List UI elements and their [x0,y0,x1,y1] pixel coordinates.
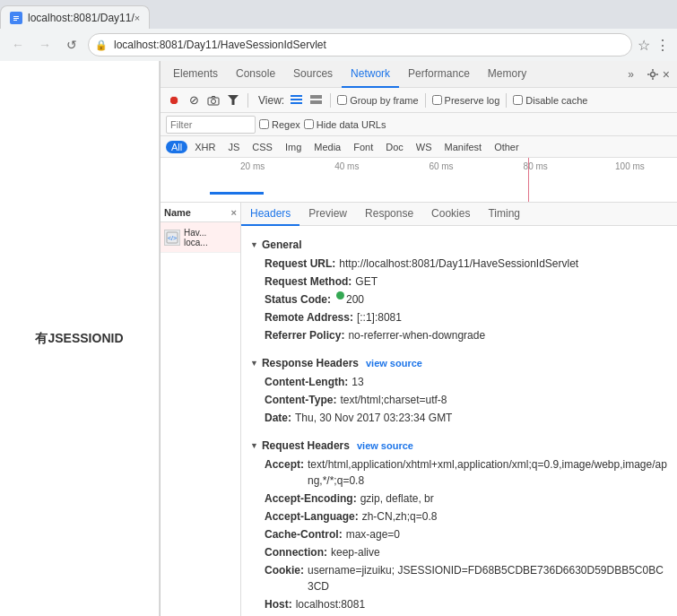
timeline-request-bar [210,192,264,195]
request-item-icon: </> [164,230,180,246]
menu-button[interactable]: ⋮ [655,37,670,54]
svg-rect-3 [13,20,17,21]
disable-cache-checkbox[interactable] [513,95,523,105]
view-label: View: [258,94,284,107]
request-headers-view-source[interactable]: view source [357,440,413,451]
accept-language-val: zh-CN,zh;q=0.8 [362,508,438,525]
reload-button[interactable]: ↺ [61,34,82,56]
name-column: Name × </> Hav... loca... [161,203,241,616]
disable-cache-label: Disable cache [513,95,587,106]
network-timeline: 20 ms 40 ms 60 ms 80 ms 100 ms [161,158,677,203]
referrer-policy-row: Referrer Policy: no-referrer-when-downgr… [250,326,668,344]
svg-rect-15 [310,95,322,99]
regex-checkbox[interactable] [259,119,269,129]
general-section-title[interactable]: General [250,239,668,251]
tab-memory[interactable]: Memory [479,61,535,88]
response-headers-view-source[interactable]: view source [366,358,422,369]
accept-language-row: Accept-Language: zh-CN,zh;q=0.8 [250,508,668,525]
remote-address-key: Remote Address: [265,309,353,325]
tab-console[interactable]: Console [227,61,284,88]
status-code-row: Status Code: 200 [250,291,668,308]
filter-doc[interactable]: Doc [380,141,409,153]
devtools-panel: Elements Console Sources Network Perform… [160,61,677,616]
accept-encoding-key: Accept-Encoding: [265,490,357,507]
detail-content: General Request URL: http://localhost:80… [241,226,677,616]
filter-js[interactable]: JS [222,141,245,153]
active-tab[interactable]: localhost:8081/Day11/ × [0,5,150,29]
date-val: Thu, 30 Nov 2017 03:23:34 GMT [295,410,452,426]
tab-performance[interactable]: Performance [399,61,479,88]
tab-elements[interactable]: Elements [164,61,227,88]
toolbar-divider-2 [330,93,331,108]
detail-tab-headers[interactable]: Headers [241,203,299,226]
large-view-button[interactable] [308,92,324,108]
tab-bar: localhost:8081/Day11/ × [0,0,677,29]
date-key: Date: [265,410,291,426]
address-input[interactable] [88,33,632,56]
toolbar-divider-4 [506,93,507,108]
request-area: Name × </> Hav... loca... Headers [161,203,677,616]
group-by-frame-checkbox[interactable] [337,95,347,105]
timeline-label-40: 40 ms [299,161,394,171]
back-button[interactable]: ← [7,34,29,56]
toolbar-divider-3 [425,93,426,108]
filter-ws[interactable]: WS [411,141,438,153]
remote-address-row: Remote Address: [::1]:8081 [250,308,668,326]
more-tabs-button[interactable]: » [622,68,639,81]
filter-all[interactable]: All [166,141,187,153]
filter-button[interactable] [225,92,241,108]
remote-address-val: [::1]:8081 [357,309,402,325]
stop-button[interactable]: ⊘ [186,92,202,108]
cookie-row: Cookie: username=jizuiku; JSESSIONID=FD6… [250,561,668,595]
filter-xhr[interactable]: XHR [189,141,221,153]
tab-close-button[interactable]: × [135,13,140,23]
address-bar-row: ← → ↺ 🔒 ☆ ⋮ [0,29,677,61]
filter-input[interactable] [166,116,256,134]
hide-data-urls-checkbox[interactable] [304,119,314,129]
status-code-val: 200 [346,291,364,308]
bookmark-button[interactable]: ☆ [638,37,650,54]
accept-val: text/html,application/xhtml+xml,applicat… [308,456,668,489]
devtools-tabs: Elements Console Sources Network Perform… [161,61,677,88]
name-column-close[interactable]: × [231,207,237,218]
request-list-item[interactable]: </> Hav... loca... [161,222,240,253]
devtools-close-button[interactable]: × [659,67,673,82]
filter-media[interactable]: Media [308,141,346,153]
status-code-key: Status Code: [265,291,331,308]
request-url-row: Request URL: http://localhost:8081/Day11… [250,255,668,273]
cache-control-row: Cache-Control: max-age=0 [250,525,668,543]
accept-key: Accept: [265,456,304,489]
cookie-key: Cookie: [265,562,304,594]
record-button[interactable]: ⏺ [166,92,182,108]
svg-rect-14 [291,102,302,104]
svg-rect-16 [310,100,322,104]
browser-chrome: localhost:8081/Day11/ × ← → ↺ 🔒 ☆ ⋮ [0,0,677,61]
screenshot-button[interactable] [205,92,221,108]
timeline-marker-line [528,158,529,202]
tab-title: localhost:8081/Day11/ [28,12,135,24]
request-method-row: Request Method: GET [250,273,668,291]
tab-network[interactable]: Network [342,61,399,88]
tab-sources[interactable]: Sources [284,61,342,88]
main-area: 有JSESSIONID Elements Console Sources Net… [0,61,677,616]
filter-img[interactable]: Img [280,141,307,153]
content-length-row: Content-Length: 13 [250,373,668,391]
detail-tab-preview[interactable]: Preview [299,203,356,226]
filter-other[interactable]: Other [489,141,525,153]
address-wrapper: 🔒 [88,33,632,56]
settings-icon[interactable] [647,68,659,81]
detail-tab-timing[interactable]: Timing [479,203,529,226]
list-view-button[interactable] [288,92,304,108]
request-headers-section-title[interactable]: Request Headers view source [250,439,668,452]
detail-tab-cookies[interactable]: Cookies [422,203,479,226]
preserve-log-checkbox[interactable] [432,95,442,105]
forward-button[interactable]: → [34,34,56,56]
left-panel: 有JSESSIONID [0,61,160,616]
detail-tab-response[interactable]: Response [356,203,422,226]
timeline-label-80: 80 ms [489,161,583,171]
filter-manifest[interactable]: Manifest [439,141,488,153]
filter-css[interactable]: CSS [247,141,278,153]
timeline-label-100: 100 ms [583,161,677,171]
filter-font[interactable]: Font [348,141,378,153]
response-headers-section-title[interactable]: Response Headers view source [250,357,668,369]
